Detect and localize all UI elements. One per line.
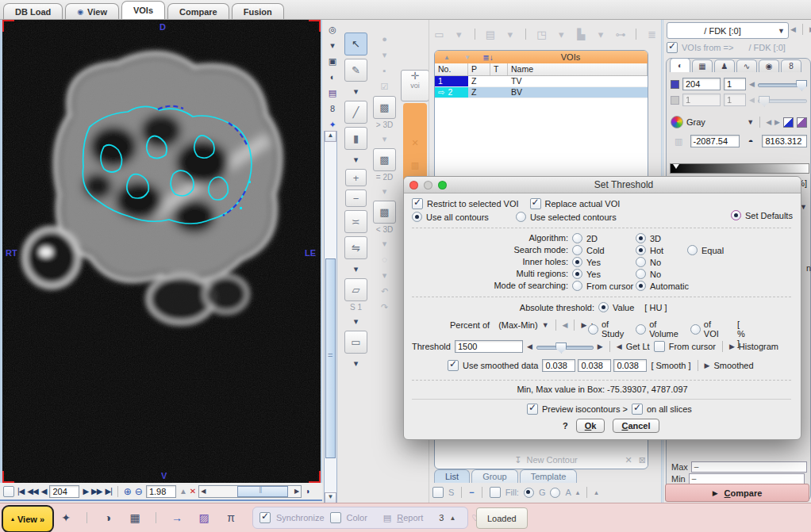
interpolate-button[interactable]: ≍ <box>344 210 367 233</box>
smooth-value-field[interactable]: 0.038 <box>613 359 647 372</box>
next-colormap-icon[interactable]: ▶ <box>774 118 780 126</box>
add-contour-button[interactable]: + <box>345 169 367 186</box>
synchronize-checkbox[interactable] <box>259 512 271 523</box>
undo-icon[interactable]: ↶ <box>376 285 394 297</box>
maximize-window-icon[interactable] <box>438 181 447 189</box>
scroll-down-icon[interactable]: ▼ <box>325 492 336 503</box>
max-field[interactable]: – <box>691 461 807 473</box>
radio-option[interactable]: Equal <box>687 245 724 255</box>
brush-tool-button[interactable]: ▮ <box>344 127 367 150</box>
use-selected-contours-radio[interactable] <box>516 212 526 222</box>
more-tools-icon[interactable]: ▾ <box>348 85 365 98</box>
loaded-status-button[interactable]: Loaded <box>476 507 528 529</box>
close-contour-icon[interactable]: ✕ <box>625 455 632 465</box>
restrict-voi-checkbox[interactable] <box>412 198 423 209</box>
upper-step-field[interactable]: 1 <box>724 78 746 90</box>
last-slice-button[interactable]: ▶| <box>105 487 111 496</box>
copy-voi-icon[interactable]: ▥ <box>406 159 424 171</box>
get-lt-icon[interactable]: ◀ <box>617 343 622 350</box>
settings-key-icon[interactable]: ✦ <box>57 511 75 524</box>
tab-layout[interactable]: ▦ <box>692 59 713 72</box>
radio-option[interactable]: No <box>636 257 661 267</box>
voi-row[interactable]: ⇨2ZBV <box>435 87 648 98</box>
marker-icon[interactable]: ✦ <box>324 118 341 131</box>
radio-option[interactable]: Yes <box>572 257 601 267</box>
slice-number-field[interactable]: 204 <box>49 485 79 498</box>
colormap-gradient-bar[interactable] <box>670 163 809 174</box>
lower-slider[interactable] <box>758 95 807 105</box>
upper-color-swatch[interactable] <box>671 80 679 89</box>
tab-vois[interactable]: VOIs <box>121 1 165 19</box>
prev-series-icon[interactable]: ◀ <box>790 25 796 33</box>
zoom-out-icon[interactable]: ⊖ <box>135 486 143 497</box>
radio-icon[interactable] <box>636 233 646 243</box>
minimize-window-icon[interactable] <box>424 181 432 189</box>
help-button[interactable]: ? <box>563 421 568 431</box>
more-edit-icon[interactable]: ▾ <box>348 262 365 275</box>
save-voi-icon[interactable]: ▤ <box>484 28 498 40</box>
smooth-value-field[interactable]: 0.038 <box>578 359 611 372</box>
lower-color-swatch[interactable] <box>671 96 679 105</box>
eraser-3d-button[interactable]: ▭ <box>344 331 367 354</box>
radio-icon[interactable] <box>588 324 598 335</box>
radio-option[interactable]: Automatic <box>636 281 689 291</box>
histogram-label[interactable]: Histogram <box>739 342 778 351</box>
scrollbar-thumb[interactable] <box>325 258 336 458</box>
prev-slice-button[interactable]: ◀ <box>41 487 47 496</box>
level-min-field[interactable]: -2087.54 <box>690 135 740 147</box>
more-eraser3d-icon[interactable]: ▾ <box>348 357 365 369</box>
radio-icon[interactable] <box>636 324 646 335</box>
eraser-2d-button[interactable]: ▱ <box>344 278 367 301</box>
prev-colormap-icon[interactable]: ◀ <box>766 118 771 126</box>
absolute-value-radio[interactable] <box>598 302 609 312</box>
smoothed-label[interactable]: Smoothed <box>713 361 753 370</box>
fast-prev-button[interactable]: ◀◀ <box>27 487 37 496</box>
tab-marker[interactable]: ♟ <box>714 59 735 72</box>
percent-dec-icon[interactable]: ◀ <box>563 321 568 329</box>
sort-down-icon[interactable]: ▼ <box>459 51 476 63</box>
draw-contour-button[interactable]: ╱ <box>344 101 367 124</box>
min-field[interactable]: – <box>689 473 805 484</box>
scroll-right-icon[interactable]: ▶ <box>294 488 299 495</box>
more-options-icon[interactable]: ▴ <box>594 488 598 496</box>
tab-view[interactable]: ◉View <box>65 3 119 19</box>
chevron-down-icon[interactable]: ▼ <box>747 118 754 126</box>
cancel-button[interactable]: Cancel <box>613 419 659 433</box>
export-exit-icon[interactable]: → <box>168 511 186 524</box>
from-cursor-checkbox[interactable] <box>654 341 665 352</box>
radio-icon[interactable] <box>636 281 646 291</box>
key-icon[interactable]: ⊶ <box>614 28 628 40</box>
tab-fusion[interactable]: Fusion <box>232 3 284 19</box>
upper-dec-icon[interactable]: ◀ <box>749 80 755 88</box>
view-menu-button[interactable]: ▴ View » <box>2 505 54 532</box>
vois-from-checkbox[interactable] <box>667 42 678 53</box>
iso-gt-3d-button[interactable]: ▩ <box>373 96 396 119</box>
image-viewport[interactable]: D RT LE V <box>0 20 322 483</box>
remove-contour-button[interactable]: − <box>345 189 367 207</box>
upper-slider[interactable] <box>758 79 807 90</box>
load-voi-icon[interactable]: ▭ <box>432 28 446 40</box>
subtab-template[interactable]: Template <box>520 469 578 483</box>
series-selector[interactable]: / FDK [:0] ▼ <box>667 22 789 39</box>
colormap-options-icon[interactable] <box>797 117 807 128</box>
radio-option[interactable]: 2D <box>572 233 598 243</box>
iso-lt-3d-button[interactable]: ▩ <box>373 201 396 224</box>
radio-option[interactable]: From cursor <box>572 281 633 291</box>
smoothed-icon[interactable]: ▶ <box>705 362 710 369</box>
replace-voi-checkbox[interactable] <box>530 198 541 209</box>
radio-icon[interactable] <box>687 245 698 255</box>
cine-icon[interactable]: ◑ <box>305 487 309 496</box>
radio-icon[interactable] <box>636 245 646 255</box>
scroll-up-icon[interactable]: ▲ <box>325 131 336 142</box>
use-all-contours-radio[interactable] <box>412 212 422 222</box>
cd-save-icon[interactable]: ◎ <box>324 23 341 36</box>
report-button[interactable]: Report <box>397 513 423 522</box>
chevron-down-icon[interactable]: ▾ <box>503 28 517 40</box>
percent-inc-icon[interactable]: ▶ <box>581 321 586 329</box>
sphere-voi-icon[interactable]: ● <box>376 33 394 45</box>
new-contour-bar[interactable]: ↧ New Contour ✕ ⊠ <box>440 453 648 467</box>
all-slices-checkbox[interactable] <box>632 404 643 415</box>
statistics-icon[interactable]: ▙ <box>575 28 588 40</box>
delete-voi-icon[interactable]: ✕ <box>406 136 424 149</box>
radio-option[interactable]: Cold <box>572 245 605 255</box>
